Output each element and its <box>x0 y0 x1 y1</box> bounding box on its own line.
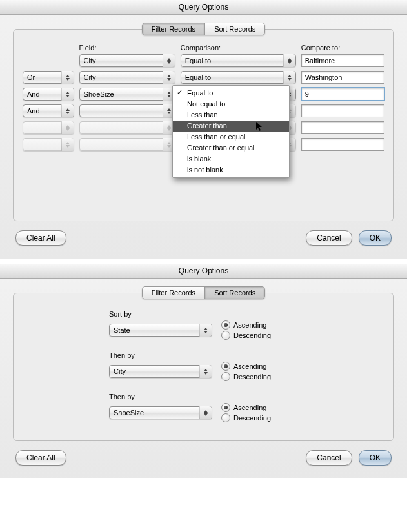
field-select[interactable]: ShoeSize <box>79 88 175 101</box>
tab-filter-records[interactable]: Filter Records <box>143 287 204 299</box>
field-select <box>79 138 175 151</box>
ascending-radio[interactable]: Ascending <box>221 320 271 330</box>
field-select[interactable]: City <box>79 54 175 67</box>
window-title: Query Options <box>0 264 407 279</box>
ascending-radio[interactable]: Ascending <box>221 403 271 412</box>
tab-sort-records[interactable]: Sort Records <box>204 287 264 299</box>
radio-icon <box>221 403 230 412</box>
descending-radio[interactable]: Descending <box>221 372 271 381</box>
logic-select[interactable]: Or <box>23 71 74 84</box>
compare-to-input[interactable] <box>301 54 384 67</box>
dropdown-option[interactable]: Less than or equal <box>173 132 289 143</box>
comparison-select[interactable]: Equal to <box>181 71 296 84</box>
radio-icon <box>221 320 230 330</box>
radio-icon <box>221 413 230 422</box>
updown-stepper-icon <box>199 365 212 378</box>
sort-panel: Sort byStateAscendingDescendingThen byCi… <box>13 293 394 441</box>
ascending-radio[interactable]: Ascending <box>221 362 271 371</box>
sort-field-select[interactable]: City <box>109 365 212 378</box>
then-by-label: Then by <box>109 393 384 400</box>
then-by-row: Then byCityAscendingDescending <box>97 351 384 381</box>
updown-stepper-icon <box>61 104 74 117</box>
dropdown-option[interactable]: Equal to <box>173 88 289 99</box>
ok-button[interactable]: OK <box>359 230 392 246</box>
compare-to-input[interactable] <box>301 104 384 117</box>
radio-icon <box>221 372 230 381</box>
radio-label: Descending <box>233 331 271 339</box>
dropdown-option[interactable]: is blank <box>173 153 289 164</box>
updown-stepper-icon <box>163 71 175 84</box>
tab-filter-records[interactable]: Filter Records <box>143 23 204 35</box>
compare-to-input[interactable] <box>301 88 384 101</box>
tab-strip: Filter Records Sort Records <box>0 15 407 35</box>
updown-stepper-icon <box>61 88 74 101</box>
then-by-row: Then byShoeSizeAscendingDescending <box>97 393 384 422</box>
query-options-window-filter: Query Options Filter Records Sort Record… <box>0 0 407 259</box>
comparison-dropdown-menu[interactable]: Equal toNot equal toLess thanGreater tha… <box>172 85 290 178</box>
filter-row: CityEqual to <box>23 54 384 67</box>
cancel-button[interactable]: Cancel <box>306 230 352 246</box>
ok-button[interactable]: OK <box>359 450 392 466</box>
updown-stepper-icon <box>199 406 212 419</box>
logic-select[interactable]: And <box>23 104 74 117</box>
dropdown-option[interactable]: is not blank <box>173 164 289 175</box>
descending-radio[interactable]: Descending <box>221 413 271 422</box>
cancel-button[interactable]: Cancel <box>306 450 352 466</box>
filter-row: OrCityEqual to <box>23 71 384 84</box>
clear-all-button[interactable]: Clear All <box>15 230 66 246</box>
compare-to-input[interactable] <box>301 121 384 134</box>
field-select[interactable]: City <box>79 71 175 84</box>
updown-stepper-icon <box>61 121 74 134</box>
updown-stepper-icon <box>283 54 295 67</box>
radio-label: Descending <box>233 373 271 380</box>
radio-label: Ascending <box>233 362 266 370</box>
sort-by-row: Sort byStateAscendingDescending <box>97 310 384 340</box>
updown-stepper-icon <box>199 324 212 337</box>
dropdown-option[interactable]: Greater than or equal <box>173 143 289 153</box>
header-field: Field: <box>79 44 175 52</box>
compare-to-input[interactable] <box>301 71 384 84</box>
updown-stepper-icon <box>61 71 74 84</box>
logic-select <box>23 138 74 151</box>
dropdown-option[interactable]: Less than <box>173 110 289 121</box>
window-title: Query Options <box>0 0 407 15</box>
dropdown-option[interactable]: Greater than <box>173 121 289 132</box>
header-comparison: Comparison: <box>181 44 296 52</box>
logic-select <box>23 121 74 134</box>
header-compare-to: Compare to: <box>301 44 384 52</box>
tab-sort-records[interactable]: Sort Records <box>204 23 264 35</box>
filter-panel: Field: Comparison: Compare to: CityEqual… <box>13 29 394 221</box>
then-by-label: Then by <box>109 351 384 359</box>
radio-icon <box>221 331 230 340</box>
radio-icon <box>221 362 230 371</box>
sort-by-label: Sort by <box>109 310 384 318</box>
tab-strip: Filter Records Sort Records <box>0 279 407 299</box>
radio-label: Ascending <box>233 321 266 329</box>
comparison-select[interactable]: Equal to <box>181 54 296 67</box>
field-select[interactable] <box>79 104 175 117</box>
dropdown-option[interactable]: Not equal to <box>173 99 289 110</box>
sort-field-select[interactable]: ShoeSize <box>109 406 212 419</box>
sort-field-select[interactable]: State <box>109 324 212 337</box>
query-options-window-sort: Query Options Filter Records Sort Record… <box>0 264 407 478</box>
radio-label: Descending <box>233 414 271 422</box>
descending-radio[interactable]: Descending <box>221 331 271 340</box>
field-select <box>79 121 175 134</box>
clear-all-button[interactable]: Clear All <box>15 450 66 466</box>
updown-stepper-icon <box>61 138 74 151</box>
compare-to-input[interactable] <box>301 138 384 151</box>
updown-stepper-icon <box>283 71 295 84</box>
logic-select[interactable]: And <box>23 88 74 101</box>
radio-label: Ascending <box>233 404 266 411</box>
updown-stepper-icon <box>163 54 175 67</box>
